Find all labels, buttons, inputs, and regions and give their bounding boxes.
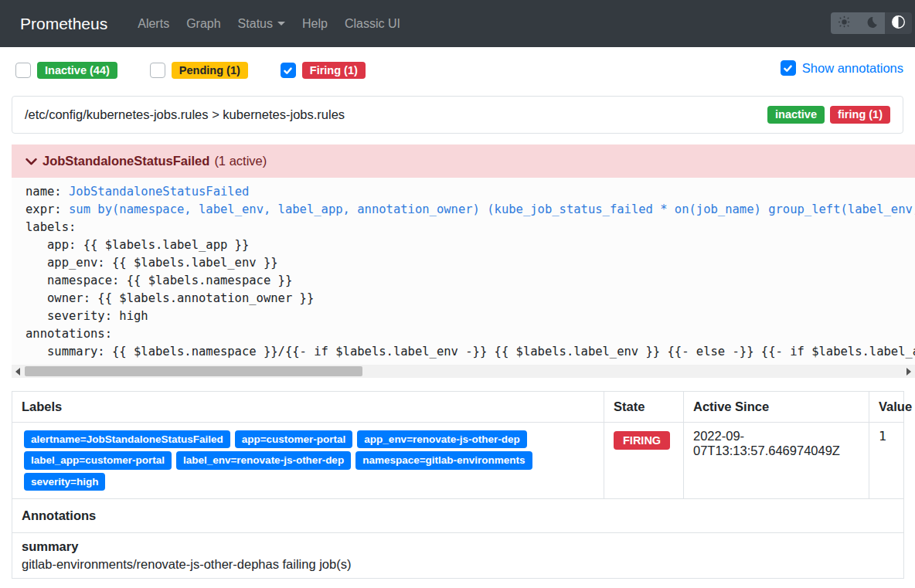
circle-half-icon <box>892 15 905 31</box>
scroll-left-arrow[interactable] <box>15 368 20 376</box>
filter-inactive[interactable]: Inactive (44) <box>15 62 117 80</box>
yaml-line: summary: {{ $labels.namespace }}/{{- if … <box>26 343 915 361</box>
alerts-table: Labels State Active Since Value alertnam… <box>12 391 904 580</box>
alert-rule-name: JobStandaloneStatusFailed <box>43 154 209 168</box>
inactive-checkbox[interactable] <box>15 63 31 78</box>
brand-prometheus[interactable]: Prometheus <box>20 15 107 33</box>
navbar: Prometheus Alerts Graph Status Help Clas… <box>0 0 915 47</box>
theme-light-button[interactable] <box>831 12 858 34</box>
pending-badge: Pending (1) <box>172 62 248 80</box>
moon-icon <box>866 16 878 31</box>
nav-links: Alerts Graph Status Help Classic UI <box>129 11 409 37</box>
header-state: State <box>604 391 684 422</box>
rule-group-badges: inactive firing (1) <box>767 106 890 124</box>
theme-auto-button[interactable] <box>885 12 912 34</box>
chevron-down-icon <box>24 154 39 168</box>
label-badge-severity[interactable]: severity=high <box>24 473 105 491</box>
yaml-key: name: <box>26 185 69 199</box>
chevron-down-icon <box>277 22 285 25</box>
nav-item-alerts[interactable]: Alerts <box>129 11 178 37</box>
annotation-cell: summary gitlab-environments/renovate-js-… <box>12 533 904 579</box>
rule-yaml: name: JobStandaloneStatusFailedexpr: sum… <box>12 178 915 365</box>
filter-firing[interactable]: Firing (1) <box>281 62 366 80</box>
firing-badge: Firing (1) <box>302 62 366 80</box>
scroll-right-arrow[interactable] <box>906 368 911 376</box>
show-annotations-toggle[interactable]: Show annotations <box>781 60 903 76</box>
label-badge-label-env[interactable]: label_env=renovate-js-other-dep <box>176 451 351 470</box>
group-inactive-badge: inactive <box>767 106 825 124</box>
inactive-badge: Inactive (44) <box>37 62 117 80</box>
yaml-line: annotations: <box>26 325 915 343</box>
active-since-cell: 2022-09-07T13:13:57.646974049Z <box>684 422 869 499</box>
annotations-title-row: Annotations <box>12 499 904 533</box>
group-firing-badge: firing (1) <box>830 106 890 124</box>
yaml-key: expr: <box>26 202 69 216</box>
alert-row: alertname=JobStandaloneStatusFailedapp=c… <box>12 422 904 499</box>
yaml-line: severity: high <box>26 308 915 325</box>
yaml-line: app: {{ $labels.label_app }} <box>26 236 915 254</box>
rule-group-card: /etc/config/kubernetes-jobs.rules > kube… <box>12 96 903 134</box>
annotation-row: summary gitlab-environments/renovate-js-… <box>12 533 904 579</box>
nav-item-status[interactable]: Status <box>230 11 294 37</box>
rule-definition-block: name: JobStandaloneStatusFailedexpr: sum… <box>12 178 915 378</box>
label-badge-app[interactable]: app=customer-portal <box>235 430 353 449</box>
alert-rule-header[interactable]: JobStandaloneStatusFailed (1 active) <box>12 144 915 178</box>
alert-active-count: (1 active) <box>214 154 267 168</box>
firing-checkbox[interactable] <box>281 63 296 78</box>
annotation-value: gitlab-environments/renovate-js-other-de… <box>22 557 894 572</box>
nav-item-classic-ui[interactable]: Classic UI <box>336 11 409 37</box>
filter-row: Inactive (44) Pending (1) Firing (1) Sho… <box>15 60 903 80</box>
label-badge-label-app[interactable]: label_app=customer-portal <box>24 451 172 470</box>
nav-item-status-label: Status <box>238 17 273 31</box>
rule-name-link[interactable]: JobStandaloneStatusFailed <box>69 185 249 199</box>
rule-group-title: /etc/config/kubernetes-jobs.rules > kube… <box>25 107 345 122</box>
header-active-since: Active Since <box>684 391 869 422</box>
filter-pending[interactable]: Pending (1) <box>150 62 248 80</box>
nav-item-help[interactable]: Help <box>294 11 336 37</box>
table-header-row: Labels State Active Since Value <box>12 391 904 422</box>
rule-expr-link[interactable]: sum by(namespace, label_env, label_app, … <box>69 202 915 216</box>
labels-cell: alertname=JobStandaloneStatusFailedapp=c… <box>12 422 604 499</box>
check-icon <box>283 66 293 76</box>
yaml-line: owner: {{ $labels.annotation_owner }} <box>26 290 915 308</box>
nav-item-graph[interactable]: Graph <box>178 11 229 37</box>
yaml-line: namespace: {{ $labels.namespace }} <box>26 272 915 290</box>
check-icon <box>783 63 793 73</box>
theme-dark-button[interactable] <box>858 12 885 34</box>
theme-toggle-group <box>831 12 912 34</box>
header-value: Value <box>869 391 904 422</box>
show-annotations-label: Show annotations <box>802 61 903 76</box>
horizontal-scrollbar[interactable] <box>12 365 915 378</box>
label-badge-namespace[interactable]: namespace=gitlab-environments <box>355 451 532 470</box>
scrollbar-thumb[interactable] <box>25 366 362 376</box>
annotations-title: Annotations <box>12 499 904 533</box>
yaml-line: labels: <box>26 219 915 236</box>
label-badge-alertname[interactable]: alertname=JobStandaloneStatusFailed <box>24 430 230 449</box>
header-labels: Labels <box>12 391 604 422</box>
state-cell: FIRING <box>604 422 684 499</box>
firing-state-badge: FIRING <box>614 431 670 450</box>
show-annotations-checkbox[interactable] <box>781 60 796 76</box>
sun-icon <box>838 15 851 31</box>
label-badge-app-env[interactable]: app_env=renovate-js-other-dep <box>357 430 526 449</box>
yaml-line: app_env: {{ $labels.label_env }} <box>26 254 915 272</box>
value-cell: 1 <box>869 422 904 499</box>
annotation-key: summary <box>22 539 894 554</box>
main-content: Inactive (44) Pending (1) Firing (1) Sho… <box>0 60 915 579</box>
pending-checkbox[interactable] <box>150 63 165 78</box>
